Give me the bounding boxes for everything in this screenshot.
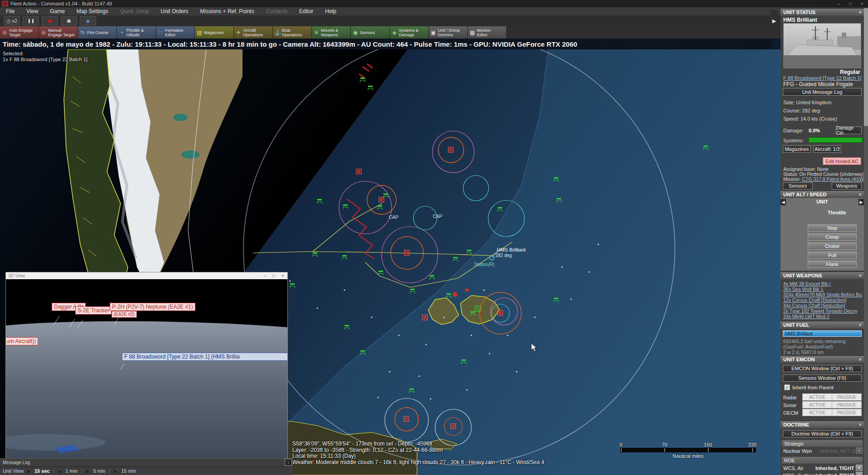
wcs-surface-value: Inherited, TIGHT xyxy=(815,473,854,475)
menu-bar: File View Game Map Settings Quick Jump U… xyxy=(0,7,868,15)
edit-hosted-ac-button[interactable]: Edit hosted AC xyxy=(823,157,861,165)
weapon-link[interactable]: 12x Corvus Chaff [Distraction] xyxy=(783,297,862,303)
unit-class-link[interactable]: F 88 Broadsword [Type 22 Batch 1] xyxy=(783,75,861,81)
time-step-5min[interactable]: 5 min xyxy=(93,468,106,474)
contact-label-s2e-tracker[interactable]: S-2E Tracker xyxy=(75,306,112,315)
formation-editor-button[interactable]: ∷FormationEditor xyxy=(156,26,195,39)
menu-game[interactable]: Game xyxy=(44,8,71,15)
unit-message-log-button[interactable]: Unit Message Log xyxy=(783,88,862,96)
unit-fuel-header[interactable]: UNIT FUEL» xyxy=(781,321,864,329)
mounts-weapons-button[interactable]: ※Mounts &Weapons xyxy=(312,26,351,39)
weapon-link[interactable]: 2x Type 182 Towed Torpedo Decoy xyxy=(783,308,862,314)
boat-operations-button[interactable]: ⚓BoatOperations xyxy=(273,26,312,39)
sonar-active-cell[interactable]: ACTIVE xyxy=(802,401,832,408)
mission-editor-button[interactable]: ▦MissionEditor xyxy=(468,26,507,39)
time-step-15sec[interactable]: 15 sec xyxy=(34,468,50,474)
sidebar-scrollbar-thumb[interactable] xyxy=(864,8,868,126)
pause-button[interactable] xyxy=(23,16,39,25)
recon-button[interactable]: ☗ xyxy=(61,16,77,25)
3d-maximize-icon[interactable]: □ xyxy=(269,273,278,278)
weapon-link[interactable]: 4x MM 38 Exocet Blk I xyxy=(783,281,862,286)
damage-icon: ◈ xyxy=(391,29,398,36)
aircraft-button[interactable]: Aircraft: 1/2 xyxy=(813,145,841,153)
3d-view-window[interactable]: 3D View – □ × xyxy=(5,272,288,459)
plot-course-button[interactable]: ↻Plot Course xyxy=(78,26,117,39)
throttle-stop-button[interactable]: Stop xyxy=(808,224,857,232)
throttle-flank-button[interactable]: Flank xyxy=(808,261,857,268)
close-icon[interactable]: × xyxy=(856,1,868,6)
unit-alt-speed-header[interactable]: UNIT ALT / SPEED» xyxy=(781,190,864,198)
sonar-passive-cell[interactable]: PASSIVE xyxy=(832,401,862,408)
radar-passive-cell[interactable]: PASSIVE xyxy=(832,393,862,401)
magazines-sidebar-button[interactable]: Magazines xyxy=(783,145,811,153)
popout-button[interactable]: ↑ xyxy=(285,459,292,466)
menu-map-settings[interactable]: Map Settings xyxy=(71,8,114,15)
unit-label-broadsword[interactable]: F 88 Broadsword [Type 22 Batch 1] (HMS B… xyxy=(122,353,287,361)
menu-help[interactable]: Help xyxy=(319,8,342,15)
contact-label-ea2e2[interactable]: (EA2E #2) xyxy=(112,311,137,318)
doctrine-header[interactable]: DOCTRINE» xyxy=(781,421,864,428)
throttle-cruise-button[interactable]: Cruise xyxy=(808,242,857,250)
wcs-air-dropdown[interactable]: ▼ xyxy=(856,465,863,471)
menu-file[interactable]: File xyxy=(0,8,20,15)
fuel-selected-unit[interactable]: HMS Brilliant xyxy=(783,330,862,337)
unit-status-header[interactable]: UNIT STATUS» xyxy=(781,8,864,16)
aircraft-operations-button[interactable]: ✈AircraftOperations xyxy=(234,26,273,39)
weapons-tab-button[interactable]: Weapons xyxy=(832,182,862,189)
fuel-details: 692465.2 fuel units remaining (GasFuel: … xyxy=(783,339,846,355)
unit-weapons-header[interactable]: UNIT WEAPONS» xyxy=(781,271,864,279)
unit-emcon-header[interactable]: UNIT EMCON» xyxy=(781,355,864,363)
contact-label-um-aircraft[interactable]: um Aircraft)) xyxy=(6,337,38,345)
manual-engage-target-button[interactable]: ⊗ManualEngage Target xyxy=(39,26,78,39)
wcs-surface-dropdown[interactable]: ▼ xyxy=(856,472,863,475)
sensors-tab-button[interactable]: Sensors xyxy=(783,182,813,189)
inherit-checkbox[interactable]: ✓ xyxy=(784,384,790,390)
message-log-panel[interactable]: Message Log xyxy=(0,458,293,466)
menu-missions-ref-points[interactable]: Missions + Ref. Points xyxy=(194,8,260,15)
emcon-window-button[interactable]: EMCON Window (Ctrl + F9) xyxy=(783,365,862,372)
throttle-full-button[interactable]: Full xyxy=(808,252,857,259)
unit-view-button[interactable]: Unit View xyxy=(3,468,24,474)
unit-photo xyxy=(783,23,861,68)
record-button[interactable] xyxy=(42,16,58,25)
selected-value: 1x F 88 Broadsword [Type 22 Batch 1] xyxy=(3,57,87,63)
radar-active-cell[interactable]: ACTIVE xyxy=(802,393,832,401)
3d-close-icon[interactable]: × xyxy=(278,273,287,278)
throttle-altitude-button[interactable]: ◔Throttle &Altitude xyxy=(117,26,156,39)
auto-engage-target-button[interactable]: ⊕Auto EngageTarget xyxy=(0,26,39,39)
tab-unit[interactable]: UNIT xyxy=(781,199,864,204)
maximize-icon[interactable]: □ xyxy=(844,1,856,6)
weapon-link[interactable]: 44x Corvus Chaff [Seduction] xyxy=(783,303,862,308)
oecm-active-cell[interactable]: ACTIVE xyxy=(802,409,832,416)
weapon-link[interactable]: 324x 40mm/70 Mk9 Single Bofors Burst [4 … xyxy=(783,292,862,297)
sensor-icon: ◉ xyxy=(352,29,359,36)
weapon-link[interactable]: 24x Mk46 LWT Mod 2 xyxy=(783,314,862,319)
menu-unit-orders[interactable]: Unit Orders xyxy=(155,8,194,15)
menu-editor[interactable]: Editor xyxy=(293,8,319,15)
time-step-15min[interactable]: 15 min xyxy=(121,468,136,474)
3d-view-content[interactable]: Dagger A [N (EA2E #2) S-2E Tracker P-2H … xyxy=(6,279,287,458)
menu-view[interactable]: View xyxy=(20,8,44,15)
doctrine-window-button[interactable]: Doctrine Window (Ctrl + F9) xyxy=(783,430,862,437)
time-compression-button[interactable]: ◷ x2 xyxy=(4,16,20,25)
3d-view-titlebar[interactable]: 3D View – □ × xyxy=(6,272,287,279)
contact-label-neptune[interactable]: P-2H (P2V-7) Neptune (EA2E #1) xyxy=(110,303,195,311)
wcs-air-value: Inherited, TIGHT xyxy=(815,465,854,471)
magazines-button[interactable]: ▤Magazines xyxy=(195,26,234,39)
time-step-1min[interactable]: 1 min xyxy=(65,468,78,474)
damage-ctrl-button[interactable]: Damage Ctrl xyxy=(836,126,862,134)
inherit-from-parent-row: ✓ Inherit from Parent xyxy=(784,384,834,390)
throttle-creep-button[interactable]: Creep xyxy=(808,233,857,241)
3d-minimize-icon[interactable]: – xyxy=(260,273,269,278)
minimize-icon[interactable]: – xyxy=(833,1,844,6)
sensors-window-button[interactable]: Sensors Window (F9) xyxy=(783,374,862,382)
systems-damage-button[interactable]: ◈Systems &Damage xyxy=(390,26,429,39)
sensors-button[interactable]: ◉Sensors xyxy=(351,26,390,39)
mission-link[interactable]: CTG 317.8 Patrol Area (ASW Patrol) xyxy=(802,176,868,182)
sidebar-collapse-tab[interactable]: ▶ xyxy=(771,10,778,32)
unit-group-doctrine-button[interactable]: ▣Unit / GroupDoctrine xyxy=(429,26,468,39)
weapon-link[interactable]: 36x Sea Wolf Blk 1 xyxy=(783,286,862,292)
alt-speed-panel: ◀ ▶ UNIT Throttle Stop Creep Cruise Full… xyxy=(781,198,864,271)
oecm-passive-cell[interactable]: PASSIVE xyxy=(832,409,862,416)
pin-button[interactable]: ◆ xyxy=(80,16,96,25)
